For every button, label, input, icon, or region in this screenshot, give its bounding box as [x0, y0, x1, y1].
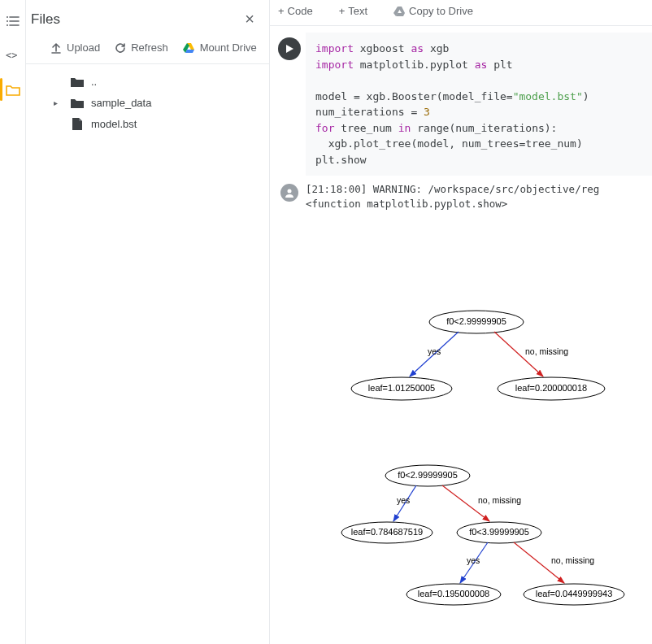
- copy-to-drive-button[interactable]: Copy to Drive: [389, 3, 478, 19]
- plus-icon: +: [339, 5, 346, 17]
- tree-plot-0: f0<2.99999905 yes no, missing leaf=1.012…: [338, 307, 615, 413]
- svg-text:leaf=0.0449999943: leaf=0.0449999943: [536, 588, 613, 598]
- toc-icon[interactable]: [5, 13, 21, 29]
- svg-point-4: [7, 20, 8, 22]
- upload-label: Upload: [67, 41, 100, 54]
- upload-button[interactable]: Upload: [50, 41, 100, 54]
- svg-text:leaf=0.195000008: leaf=0.195000008: [418, 588, 489, 598]
- tree-folder-sample-data[interactable]: ▸ sample_data: [54, 92, 269, 113]
- mount-drive-label: Mount Drive: [200, 41, 257, 54]
- left-rail: <>: [0, 0, 26, 644]
- refresh-label: Refresh: [131, 41, 168, 54]
- svg-text:yes: yes: [397, 495, 410, 505]
- code-editor[interactable]: import xgboost as xgb import matplotlib.…: [306, 33, 652, 176]
- svg-text:leaf=0.200000018: leaf=0.200000018: [515, 383, 587, 393]
- notebook-area: + Code + Text Copy to Drive import xgboo…: [270, 0, 652, 644]
- code-cell: import xgboost as xgb import matplotlib.…: [273, 33, 652, 176]
- svg-text:no, missing: no, missing: [551, 555, 594, 565]
- folder-icon: [70, 74, 85, 89]
- file-tree: .. ▸ sample_data model.bst: [26, 64, 269, 134]
- files-toolbar: Upload Refresh Mount Drive: [26, 37, 269, 64]
- output-text: [21:18:00] WARNING: /workspace/src/objec…: [306, 182, 652, 644]
- mount-drive-button[interactable]: Mount Drive: [183, 41, 257, 54]
- file-icon: [70, 116, 85, 131]
- tree-up-label: ..: [91, 76, 97, 88]
- run-cell-button[interactable]: [278, 37, 301, 60]
- svg-text:<>: <>: [6, 50, 17, 61]
- svg-text:leaf=1.01250005: leaf=1.01250005: [368, 383, 435, 393]
- add-text-label: Text: [348, 5, 367, 17]
- tree-item-label: model.bst: [91, 118, 137, 130]
- tree-file-model-bst[interactable]: model.bst: [54, 113, 269, 134]
- close-icon[interactable]: ×: [241, 10, 258, 28]
- svg-point-15: [288, 189, 292, 194]
- copy-drive-label: Copy to Drive: [409, 5, 473, 17]
- svg-text:yes: yes: [467, 555, 480, 565]
- tree-item-label: sample_data: [91, 97, 151, 109]
- files-tab-icon[interactable]: [5, 81, 21, 98]
- notebook-toolbar: + Code + Text Copy to Drive: [270, 0, 652, 26]
- output-cell: [21:18:00] WARNING: /workspace/src/objec…: [273, 182, 652, 644]
- refresh-button[interactable]: Refresh: [115, 41, 168, 54]
- svg-text:f0<2.99999905: f0<2.99999905: [398, 469, 458, 479]
- output-gutter: [273, 182, 306, 644]
- files-panel: Files × Upload Refresh Mount Drive .. ▸: [26, 0, 270, 644]
- chevron-right-icon: ▸: [54, 98, 63, 107]
- svg-point-3: [7, 16, 8, 18]
- files-title: Files: [31, 11, 60, 28]
- add-code-button[interactable]: + Code: [273, 3, 318, 19]
- cells-container: import xgboost as xgb import matplotlib.…: [270, 26, 652, 644]
- tree-parent-dir[interactable]: ..: [54, 71, 269, 92]
- svg-text:f0<2.99999905: f0<2.99999905: [446, 316, 506, 326]
- add-code-label: Code: [288, 5, 313, 17]
- svg-marker-14: [286, 45, 293, 53]
- svg-text:yes: yes: [428, 346, 441, 356]
- drive-icon: [393, 6, 406, 17]
- cell-gutter: [273, 33, 306, 176]
- svg-text:no, missing: no, missing: [525, 346, 568, 356]
- files-header: Files ×: [26, 0, 269, 37]
- svg-point-5: [7, 24, 8, 26]
- svg-text:f0<3.99999905: f0<3.99999905: [469, 526, 529, 536]
- svg-text:no, missing: no, missing: [478, 495, 521, 505]
- add-text-button[interactable]: + Text: [334, 3, 372, 19]
- find-replace-icon[interactable]: <>: [5, 47, 21, 63]
- plus-icon: +: [278, 5, 285, 17]
- user-avatar-icon: [280, 184, 298, 202]
- svg-text:leaf=0.784687519: leaf=0.784687519: [351, 526, 423, 536]
- tree-plots: f0<2.99999905 yes no, missing leaf=1.012…: [306, 225, 652, 645]
- folder-icon: [70, 95, 85, 110]
- tree-plot-1: f0<2.99999905 yes no, missing leaf=0.784…: [338, 463, 631, 617]
